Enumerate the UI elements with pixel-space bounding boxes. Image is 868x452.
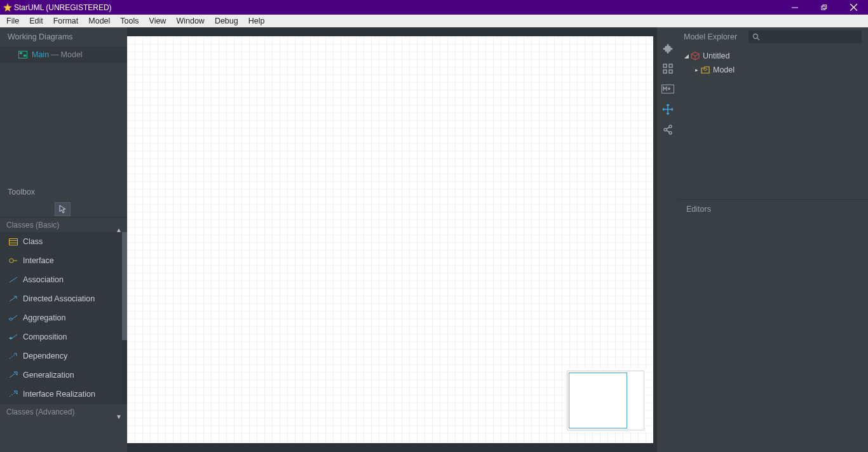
toolbox-section-advanced-label: Classes (Advanced) bbox=[6, 407, 74, 416]
menu-window[interactable]: Window bbox=[171, 15, 209, 27]
model-explorer-search[interactable] bbox=[749, 31, 862, 43]
canvas-area bbox=[127, 27, 657, 452]
right-icon-strip bbox=[657, 27, 679, 452]
svg-rect-2 bbox=[822, 6, 825, 10]
model-explorer-header: Model Explorer bbox=[684, 32, 743, 41]
toolbox-section-advanced[interactable]: Classes (Advanced) ▼ bbox=[0, 404, 127, 419]
tool-aggregation-label: Aggregation bbox=[23, 313, 65, 322]
working-diagram-item[interactable]: Main — Model bbox=[0, 46, 127, 63]
svg-rect-28 bbox=[669, 70, 672, 73]
menu-view[interactable]: View bbox=[144, 15, 172, 27]
diagram-icon bbox=[18, 50, 28, 59]
svg-line-34 bbox=[667, 130, 670, 132]
menu-file[interactable]: File bbox=[1, 15, 24, 27]
markdown-icon[interactable] bbox=[660, 82, 676, 96]
project-icon bbox=[690, 51, 700, 60]
tool-directed-association-label: Directed Association bbox=[23, 294, 95, 303]
minimap-viewport[interactable] bbox=[569, 373, 627, 428]
directed-association-icon bbox=[8, 294, 19, 303]
menubar: File Edit Format Model Tools View Window… bbox=[0, 15, 868, 27]
tool-directed-association[interactable]: Directed Association bbox=[0, 289, 127, 308]
toolbox-scrollbar-thumb[interactable] bbox=[122, 232, 127, 340]
tool-interface-realization-label: Interface Realization bbox=[23, 390, 95, 399]
tree-collapse-icon[interactable]: ▸ bbox=[693, 67, 700, 73]
close-button[interactable] bbox=[839, 0, 868, 15]
svg-rect-8 bbox=[24, 55, 26, 57]
titlebar: StarUML (UNREGISTERED) bbox=[0, 0, 868, 15]
collapse-down-icon: ▼ bbox=[116, 409, 122, 425]
svg-line-23 bbox=[10, 393, 15, 397]
svg-rect-3 bbox=[823, 4, 827, 8]
svg-point-12 bbox=[10, 259, 13, 263]
working-diagram-separator: — bbox=[51, 50, 59, 59]
menu-edit[interactable]: Edit bbox=[24, 15, 48, 27]
share-icon[interactable] bbox=[660, 123, 676, 137]
svg-rect-26 bbox=[669, 64, 672, 67]
working-diagram-name: Main bbox=[32, 50, 49, 59]
svg-marker-0 bbox=[4, 3, 12, 11]
svg-rect-25 bbox=[663, 64, 667, 67]
tool-class[interactable]: Class bbox=[0, 232, 127, 251]
working-diagrams-header: Working Diagrams bbox=[0, 27, 127, 46]
svg-line-16 bbox=[12, 315, 17, 319]
tool-composition[interactable]: Composition bbox=[0, 327, 127, 346]
svg-point-35 bbox=[754, 34, 758, 39]
aggregation-icon bbox=[8, 313, 19, 322]
menu-debug[interactable]: Debug bbox=[210, 15, 243, 27]
model-explorer-search-input[interactable] bbox=[763, 32, 858, 41]
svg-marker-24 bbox=[14, 391, 17, 394]
tool-class-label: Class bbox=[23, 237, 43, 246]
tree-root-label: Untitled bbox=[703, 51, 729, 60]
svg-line-14 bbox=[10, 277, 17, 282]
editors-body bbox=[679, 218, 868, 452]
svg-marker-17 bbox=[9, 318, 13, 320]
composition-icon bbox=[8, 332, 19, 341]
extensions-icon[interactable] bbox=[660, 41, 676, 55]
diagram-canvas[interactable] bbox=[127, 36, 653, 443]
menu-help[interactable]: Help bbox=[243, 15, 270, 27]
tree-expand-icon[interactable]: ◢ bbox=[682, 53, 690, 59]
navigate-icon[interactable] bbox=[660, 102, 676, 116]
svg-line-20 bbox=[10, 354, 16, 359]
association-icon bbox=[8, 275, 19, 284]
tree-root-row[interactable]: ◢ Untitled bbox=[682, 49, 864, 63]
toolbox-section-basic-label: Classes (Basic) bbox=[6, 221, 59, 229]
app-icon bbox=[1, 3, 14, 12]
svg-point-32 bbox=[669, 132, 672, 134]
toolbox-header: Toolbox bbox=[0, 182, 127, 202]
tool-generalization-label: Generalization bbox=[23, 371, 74, 380]
tool-dependency[interactable]: Dependency bbox=[0, 346, 127, 366]
collapse-up-icon: ▲ bbox=[116, 223, 122, 238]
tool-aggregation[interactable]: Aggregation bbox=[0, 308, 127, 327]
tool-dependency-label: Dependency bbox=[23, 352, 67, 360]
svg-marker-22 bbox=[14, 372, 17, 375]
menu-format[interactable]: Format bbox=[48, 15, 84, 27]
svg-line-15 bbox=[10, 297, 16, 301]
maximize-button[interactable] bbox=[810, 0, 839, 15]
model-tree: ◢ Untitled ▸ Model bbox=[679, 46, 868, 199]
tool-association[interactable]: Association bbox=[0, 270, 127, 289]
svg-marker-19 bbox=[9, 337, 13, 339]
tool-interface[interactable]: Interface bbox=[0, 251, 127, 270]
menu-model[interactable]: Model bbox=[83, 15, 115, 27]
svg-point-31 bbox=[669, 125, 672, 128]
svg-point-30 bbox=[664, 128, 667, 131]
toolbox-section-basic[interactable]: Classes (Basic) ▲ bbox=[0, 217, 127, 232]
tool-interface-realization[interactable]: Interface Realization bbox=[0, 385, 127, 404]
menu-tools[interactable]: Tools bbox=[115, 15, 144, 27]
minimize-button[interactable] bbox=[780, 0, 810, 15]
svg-line-18 bbox=[12, 334, 17, 338]
interface-realization-icon bbox=[8, 390, 19, 399]
tree-model-row[interactable]: ▸ Model bbox=[682, 63, 864, 77]
pointer-tool-button[interactable] bbox=[55, 202, 71, 216]
grid-view-icon[interactable] bbox=[660, 62, 676, 76]
left-panel: Working Diagrams Main — Model Toolbox bbox=[0, 27, 127, 452]
svg-line-36 bbox=[757, 38, 759, 40]
class-icon bbox=[8, 237, 19, 246]
minimap[interactable] bbox=[567, 371, 644, 430]
svg-rect-9 bbox=[10, 238, 18, 245]
window-title: StarUML (UNREGISTERED) bbox=[14, 3, 780, 12]
tool-generalization[interactable]: Generalization bbox=[0, 366, 127, 385]
right-panel: Model Explorer ◢ Untitled ▸ bbox=[679, 27, 868, 452]
search-icon bbox=[752, 33, 760, 41]
